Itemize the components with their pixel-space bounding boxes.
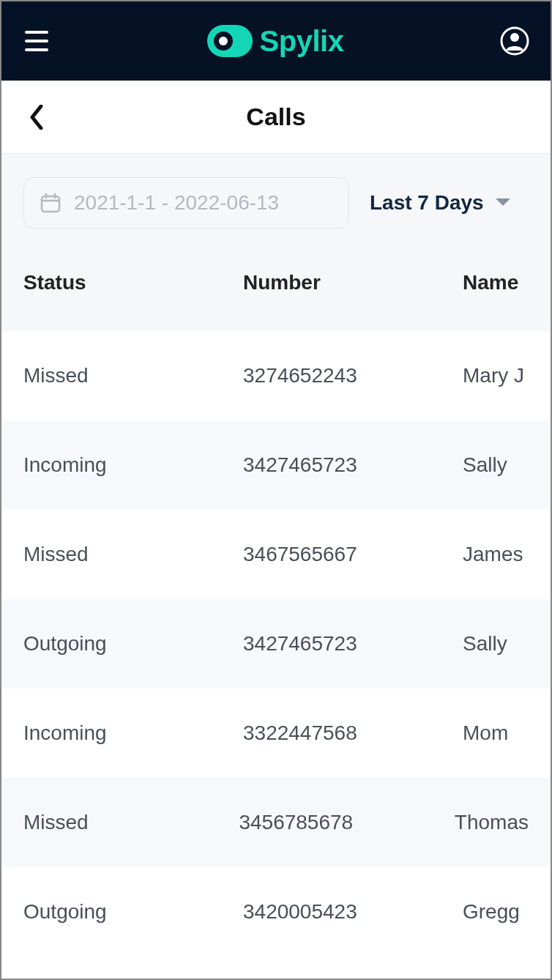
table-row[interactable]: Missed3274652243Mary J [1,331,551,420]
cell-name: Thomas [455,811,529,834]
page-title: Calls [1,103,551,131]
time-range-label: Last 7 Days [370,191,484,215]
table-row[interactable]: Outgoing3427465723Sally [1,599,551,688]
profile-icon [500,26,529,56]
table-row[interactable]: Outgoing3420005423Gregg [1,867,551,957]
hamburger-menu-button[interactable] [22,26,51,56]
cell-status: Outgoing [23,900,243,924]
column-header-name: Name [463,271,529,294]
table-row[interactable]: Missed3467565667James [1,510,551,599]
brand-mark-icon [207,25,253,57]
title-bar: Calls [1,81,551,154]
app-header: Spylix [1,1,551,81]
cell-status: Incoming [23,453,243,477]
cell-status: Incoming [23,721,243,745]
cell-number: 3274652243 [243,364,463,387]
hamburger-icon [25,31,48,51]
table-body: Missed3274652243Mary JIncoming3427465723… [1,331,551,957]
svg-rect-1 [25,40,48,42]
chevron-down-icon [494,197,512,209]
table-row[interactable]: Incoming3322447568Mom [1,688,551,778]
svg-rect-8 [42,196,59,212]
brand-logo: Spylix [207,25,344,58]
cell-name: Mom [463,721,529,745]
svg-point-7 [510,33,519,42]
cell-number: 3420005423 [243,900,463,924]
cell-name: Sally [463,632,529,656]
profile-button[interactable] [499,26,530,56]
cell-number: 3427465723 [243,453,463,477]
svg-rect-0 [25,31,48,34]
cell-number: 3456785678 [239,811,454,834]
date-range-input[interactable]: 2021-1-1 - 2022-06-13 [23,177,349,229]
cell-name: Sally [463,453,529,477]
cell-status: Missed [23,364,243,387]
svg-rect-2 [25,48,48,51]
table-row[interactable]: Incoming3427465723Sally [1,420,551,510]
cell-status: Missed [23,543,243,566]
calendar-icon [40,193,61,213]
cell-status: Missed [23,811,239,834]
time-range-select[interactable]: Last 7 Days [370,191,512,215]
svg-point-5 [219,37,228,45]
table-header: Status Number Name [1,250,551,331]
back-button[interactable] [22,103,51,132]
cell-number: 3322447568 [243,721,463,745]
cell-name: Mary J [463,364,529,387]
cell-status: Outgoing [23,632,243,656]
cell-number: 3427465723 [243,632,463,656]
cell-name: Gregg [463,900,529,924]
filter-bar: 2021-1-1 - 2022-06-13 Last 7 Days [1,154,551,250]
table-row[interactable]: Missed3456785678Thomas [1,778,551,867]
cell-number: 3467565667 [243,543,463,566]
column-header-number: Number [243,271,463,294]
brand-name: Spylix [260,25,344,58]
chevron-left-icon [29,105,44,130]
date-range-text: 2021-1-1 - 2022-06-13 [74,191,279,215]
cell-name: James [463,543,529,566]
column-header-status: Status [23,271,243,294]
